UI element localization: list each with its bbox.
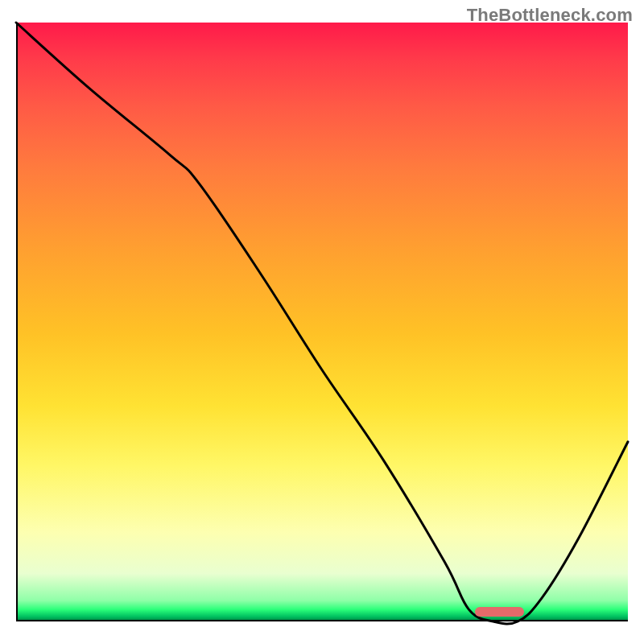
curve-layer: [16, 23, 628, 621]
bottleneck-curve-path: [16, 23, 628, 624]
bottleneck-chart: TheBottleneck.com: [0, 0, 644, 644]
plot-area: [16, 23, 628, 621]
optimal-marker: [475, 607, 524, 617]
watermark-text: TheBottleneck.com: [467, 5, 633, 26]
